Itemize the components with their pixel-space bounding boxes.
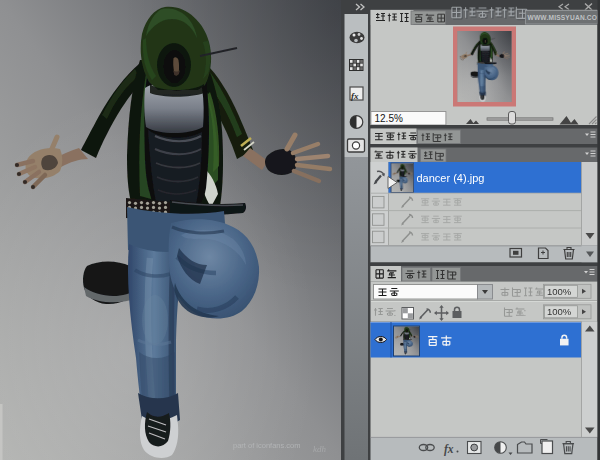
svg-text:dancer (4).jpg: dancer (4).jpg bbox=[417, 172, 485, 184]
svg-text:100%: 100% bbox=[547, 286, 572, 297]
svg-text:12.5%: 12.5% bbox=[375, 113, 403, 124]
svg-text::: : bbox=[394, 307, 397, 318]
svg-text:fx: fx bbox=[444, 443, 454, 456]
svg-text:kdh: kdh bbox=[313, 444, 326, 454]
svg-text:part of iconfans.com: part of iconfans.com bbox=[233, 441, 301, 450]
svg-text:100%: 100% bbox=[547, 306, 572, 317]
svg-text:fx: fx bbox=[351, 91, 359, 101]
svg-text::: : bbox=[524, 307, 527, 318]
svg-text:WWW.MISSYUAN.COM: WWW.MISSYUAN.COM bbox=[528, 14, 600, 21]
